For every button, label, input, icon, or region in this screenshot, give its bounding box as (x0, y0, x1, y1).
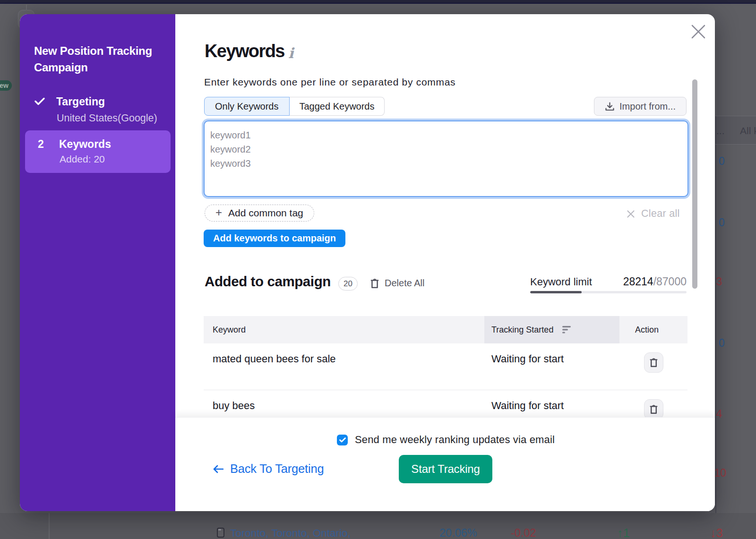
arrow-left-icon (213, 465, 223, 473)
table-header: Keyword Tracking Started Action (204, 316, 687, 343)
row-action (619, 390, 687, 417)
import-from-button[interactable]: Import from... (594, 97, 687, 116)
step-number: 2 (38, 137, 44, 151)
background-down-value: ↓3 (710, 526, 723, 539)
keyword-limit-total: /87000 (653, 275, 687, 288)
clear-all-button[interactable]: Clear all (626, 208, 680, 220)
background-row-border (715, 116, 756, 116)
background-visibility-value: 20.06% (439, 527, 477, 539)
delete-row-button[interactable] (644, 399, 663, 417)
add-keywords-button[interactable]: Add keywords to campaign (204, 230, 345, 247)
column-header-tracking-started[interactable]: Tracking Started (484, 316, 619, 343)
modal-scrollbar-thumb[interactable] (692, 79, 697, 289)
trash-icon (370, 278, 379, 289)
sidebar-step-keywords-label: Keywords (59, 137, 111, 151)
page-title: Keywords (205, 41, 284, 61)
delete-all-button[interactable]: Delete All (370, 278, 425, 289)
column-header-tracking-label: Tracking Started (491, 325, 553, 335)
check-icon (34, 97, 45, 105)
table-row: buy bees Waiting for start (204, 390, 687, 417)
background-value: 0 (719, 155, 725, 168)
background-city-link: Toronto, Toronto, Ontario, (230, 527, 351, 539)
background-top-navbar (0, 0, 756, 4)
added-to-campaign-heading: Added to campaign (205, 273, 331, 291)
wizard-title: New Position Tracking Campaign (34, 43, 164, 76)
close-icon[interactable] (691, 24, 706, 39)
background-bottom-strip (0, 513, 756, 539)
column-header-action: Action (619, 316, 687, 343)
keywords-textarea[interactable] (204, 120, 688, 197)
column-header-keyword[interactable]: Keyword (204, 316, 484, 343)
back-to-targeting-link[interactable]: Back To Targeting (213, 462, 324, 476)
plus-icon: + (215, 207, 222, 218)
wizard-sidebar: New Position Tracking Campaign Targeting… (20, 14, 175, 511)
check-icon (339, 437, 346, 443)
sidebar-step-keywords-sub: Added: 20 (60, 153, 105, 166)
download-icon (605, 102, 615, 111)
added-keywords-table: Keyword Tracking Started Action mated qu… (204, 316, 687, 417)
keywords-hint: Enter keywords one per line or separated… (204, 76, 455, 88)
table-row: mated queen bees for sale Waiting for st… (204, 343, 687, 390)
back-to-targeting-label: Back To Targeting (230, 462, 324, 476)
import-from-label: Import from... (619, 101, 676, 112)
add-common-tag-label: Add common tag (228, 207, 303, 219)
background-new-badge: ew (0, 80, 12, 91)
clear-all-label: Clear all (641, 208, 680, 220)
background-header-all: All k (740, 125, 756, 137)
row-status: Waiting for start (484, 390, 619, 412)
background-value: 0 (719, 337, 725, 350)
mobile-phone-icon (217, 528, 224, 538)
keyword-limit-label: Keyword limit (530, 276, 592, 288)
trash-icon (650, 404, 658, 414)
modal-footer: Send me weekly ranking updates via email… (175, 417, 715, 511)
background-hairline (26, 5, 27, 10)
keyword-limit-used: 28214 (623, 275, 653, 288)
clear-icon (626, 209, 636, 219)
new-campaign-modal: New Position Tracking Campaign Targeting… (20, 14, 715, 511)
background-bottom-border (49, 513, 50, 539)
start-tracking-button[interactable]: Start Tracking (399, 455, 492, 483)
background-diff-value: -0.02 (511, 527, 536, 539)
email-updates-label: Send me weekly ranking updates via email (355, 434, 555, 446)
keyword-limit-value: 28214/87000 (595, 275, 687, 288)
keywords-mode-toggle: Only Keywords Tagged Keywords (204, 97, 385, 116)
row-keyword: mated queen bees for sale (204, 343, 484, 366)
keyword-limit-progressbar (530, 291, 687, 293)
added-count-badge: 20 (338, 277, 358, 291)
email-updates-checkbox[interactable] (337, 435, 348, 445)
background-header-dots: ... (716, 125, 725, 137)
email-updates-row: Send me weekly ranking updates via email (337, 434, 555, 446)
background-up-value: ↑1 (617, 526, 630, 539)
sidebar-step-targeting[interactable]: Targeting (56, 95, 105, 108)
tab-only-keywords[interactable]: Only Keywords (204, 97, 290, 116)
sidebar-step-targeting-sub: United States(Google) (57, 111, 157, 125)
info-icon[interactable]: i (288, 45, 293, 61)
sidebar-step-keywords[interactable] (25, 130, 171, 173)
keyword-limit-progress-fill (530, 291, 582, 293)
row-keyword: buy bees (204, 390, 484, 412)
background-row-border (715, 144, 756, 145)
trash-icon (650, 358, 658, 368)
row-action (619, 343, 687, 373)
add-common-tag-button[interactable]: + Add common tag (205, 205, 314, 222)
delete-row-button[interactable] (644, 352, 663, 373)
table-rows-viewport: mated queen bees for sale Waiting for st… (204, 343, 687, 417)
background-value: 0 (719, 216, 725, 229)
delete-all-label: Delete All (385, 278, 425, 289)
sort-icon (562, 326, 571, 334)
row-status: Waiting for start (484, 343, 619, 366)
tab-tagged-keywords[interactable]: Tagged Keywords (290, 97, 385, 116)
